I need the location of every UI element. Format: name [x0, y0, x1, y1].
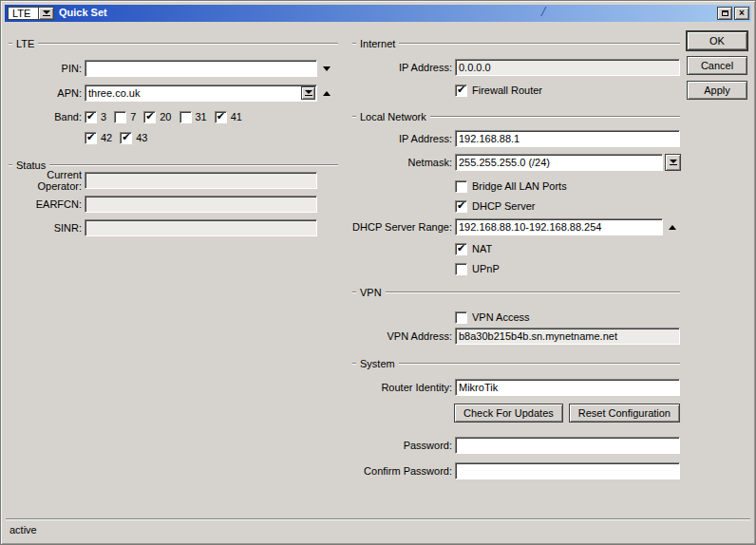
close-button[interactable]: × — [734, 7, 749, 20]
apn-collapse-icon[interactable] — [323, 91, 331, 96]
sinr-label: SINR: — [6, 222, 82, 234]
apn-label: APN: — [6, 87, 82, 99]
upnp-checkbox[interactable] — [455, 263, 467, 275]
earfcn-label: EARFCN: — [6, 198, 82, 210]
internet-ip-label: IP Address: — [352, 62, 452, 73]
close-icon: × — [739, 9, 745, 18]
vpn-access-checkbox[interactable] — [455, 311, 467, 324]
interface-select[interactable]: LTE — [8, 7, 54, 20]
band-row-1: Band: 3 7 20 31 41 — [6, 110, 242, 123]
dhcp-range-label: DHCP Server Range: — [352, 221, 452, 233]
dhcp-range-collapse-icon[interactable] — [669, 225, 676, 230]
band-42-label: 42 — [101, 132, 112, 143]
lan-ip-input[interactable] — [455, 130, 680, 147]
current-operator-field — [85, 172, 317, 189]
maximize-button[interactable] — [717, 7, 732, 20]
router-identity-label: Router Identity: — [352, 382, 452, 393]
band-checkbox-item[interactable]: 41 — [215, 111, 242, 123]
nat-row[interactable]: NAT — [455, 242, 492, 255]
sinr-field — [85, 219, 317, 236]
quick-set-window: LTE Quick Set / × OK Cancel Apply LTE PI… — [0, 0, 756, 545]
bridge-lan-checkbox[interactable] — [455, 180, 467, 193]
band-41-label: 41 — [231, 111, 242, 122]
apn-row: APN: — [6, 85, 331, 102]
band-7-label: 7 — [130, 111, 136, 122]
vpn-address-label: VPN Address: — [352, 330, 452, 342]
band-checkbox-item[interactable]: 31 — [180, 111, 207, 123]
nat-checkbox[interactable] — [455, 243, 467, 255]
pin-input[interactable] — [85, 60, 317, 77]
statusbar-text: active — [9, 524, 37, 536]
firewall-router-checkbox[interactable] — [455, 85, 467, 97]
dhcp-range-input[interactable] — [455, 218, 663, 235]
combo-arrow-icon — [43, 10, 50, 16]
apn-combo-button[interactable] — [301, 86, 315, 100]
check-for-updates-button[interactable]: Check For Updates — [454, 404, 563, 423]
netmask-label: Netmask: — [352, 157, 452, 168]
confirm-password-label: Confirm Password: — [352, 465, 452, 477]
dhcp-server-checkbox[interactable] — [455, 200, 467, 213]
router-identity-input[interactable] — [455, 379, 680, 396]
bridge-lan-row[interactable]: Bridge All LAN Ports — [455, 179, 567, 193]
band-31-checkbox[interactable] — [180, 111, 192, 123]
band-43-label: 43 — [136, 132, 147, 143]
netmask-combo-button[interactable] — [665, 154, 681, 171]
band-checkbox-item[interactable]: 42 — [85, 132, 112, 144]
band-20-checkbox[interactable] — [143, 111, 156, 123]
reset-configuration-button[interactable]: Reset Configuration — [569, 404, 680, 423]
earfcn-field — [85, 196, 317, 213]
lan-ip-row: IP Address: — [352, 130, 680, 147]
band-42-checkbox[interactable] — [85, 132, 97, 144]
current-operator-row: Current Operator: — [6, 172, 317, 189]
cancel-button[interactable]: Cancel — [687, 56, 747, 75]
combo-arrow-icon — [305, 90, 312, 96]
internet-ip-row: IP Address: — [352, 59, 680, 76]
apn-input[interactable] — [85, 85, 317, 102]
band-checkbox-item[interactable]: 20 — [143, 111, 171, 123]
titlebar[interactable]: LTE Quick Set / × — [5, 5, 751, 22]
band-3-checkbox[interactable] — [85, 111, 97, 123]
apply-button[interactable]: Apply — [687, 81, 747, 100]
band-7-checkbox[interactable] — [114, 111, 126, 123]
vpn-address-row: VPN Address: — [352, 328, 680, 345]
dhcp-range-row: DHCP Server Range: — [352, 218, 676, 235]
band-43-checkbox[interactable] — [120, 132, 132, 144]
band-checkbox-item[interactable]: 43 — [120, 132, 147, 144]
system-group-header: System — [352, 358, 680, 369]
dhcp-server-label: DHCP Server — [472, 200, 535, 212]
band-41-checkbox[interactable] — [215, 111, 227, 123]
pin-dropdown-icon[interactable] — [323, 66, 331, 71]
pin-row: PIN: — [6, 60, 331, 77]
system-group-label: System — [360, 358, 395, 369]
internet-group-label: Internet — [360, 38, 395, 49]
vpn-access-label: VPN Access — [472, 311, 530, 323]
upnp-row[interactable]: UPnP — [455, 262, 500, 275]
band-checkbox-item[interactable]: 3 — [85, 111, 106, 123]
confirm-password-input[interactable] — [455, 462, 680, 479]
netmask-input[interactable] — [455, 154, 663, 171]
confirm-password-row: Confirm Password: — [352, 462, 680, 479]
internet-ip-field — [455, 59, 680, 76]
interface-select-arrow-button[interactable] — [38, 7, 54, 20]
statusbar-divider — [6, 518, 750, 520]
vpn-address-field — [455, 328, 680, 345]
firewall-router-row[interactable]: Firewall Router — [455, 84, 542, 97]
password-row: Password: — [352, 437, 680, 454]
password-input[interactable] — [455, 437, 680, 454]
band-checkbox-item[interactable]: 7 — [114, 111, 136, 123]
maximize-icon — [722, 10, 728, 16]
interface-select-value[interactable]: LTE — [8, 7, 38, 20]
ok-button[interactable]: OK — [687, 31, 747, 50]
vpn-access-row[interactable]: VPN Access — [455, 310, 530, 324]
band-label: Band: — [6, 111, 82, 122]
lte-group-label: LTE — [16, 38, 34, 49]
firewall-router-label: Firewall Router — [472, 85, 542, 96]
lan-ip-label: IP Address: — [352, 133, 452, 144]
current-operator-label: Current Operator: — [6, 169, 82, 192]
dhcp-server-row[interactable]: DHCP Server — [455, 199, 535, 213]
text-cursor-artifact: / — [541, 4, 545, 20]
nat-label: NAT — [472, 243, 492, 254]
band-row-2: 42 43 — [6, 131, 148, 144]
router-identity-row: Router Identity: — [352, 379, 680, 396]
vpn-group-header: VPN — [352, 287, 680, 298]
